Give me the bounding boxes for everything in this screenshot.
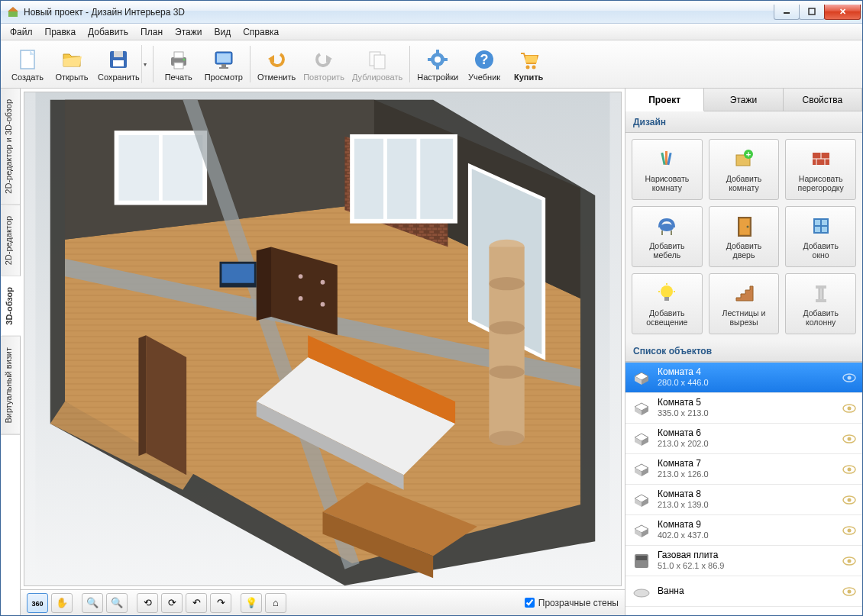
svg-point-12 [183,58,185,60]
monitor-icon [212,47,236,72]
object-name: Комната 9 [658,520,842,531]
buy-button[interactable]: Купить [506,43,551,85]
transparent-walls-input[interactable] [525,598,535,608]
settings-button[interactable]: Настройки [413,43,462,85]
svg-rect-65 [489,247,524,438]
draw-wall-card[interactable]: Нарисовать перегородку [785,139,856,200]
help-icon: ? [472,47,496,72]
home-tool[interactable]: ⌂ [265,593,286,613]
menu-6[interactable]: Справка [237,24,285,40]
object-type-icon [632,490,651,510]
open-button[interactable]: Открыть [50,43,94,85]
light-tool[interactable]: 💡 [241,593,262,613]
rtab-project[interactable]: Проект [625,89,704,111]
svg-rect-47 [352,137,455,221]
rotate-left-tool[interactable]: ↶ [186,593,207,613]
visibility-eye-icon[interactable] [842,404,856,413]
svg-rect-75 [661,153,666,165]
objects-section-header: Список объектов [625,340,862,362]
chair-icon [655,214,679,238]
print-button[interactable]: Печать [157,43,201,85]
object-row[interactable]: Комната 6213.0 x 202.0 [625,424,862,454]
dropdown-arrow-icon[interactable]: ▾ [141,45,149,83]
object-row[interactable]: Комната 9402.0 x 437.0 [625,515,862,546]
draw-room-card[interactable]: Нарисовать комнату [632,139,703,200]
menu-1[interactable]: Правка [39,24,82,40]
right-panel: ПроектЭтажиСвойства Дизайн Нарисовать ко… [625,89,862,615]
vtab-combo[interactable]: 2D-редактор и 3D-обзор [1,89,20,205]
svg-rect-20 [374,55,385,69]
visibility-eye-icon[interactable] [842,587,856,596]
object-row[interactable]: Ванна [625,576,862,607]
svg-rect-60 [221,264,254,283]
add-column-card[interactable]: Добавить колонну [785,273,856,334]
close-button[interactable]: ✕ [824,5,861,20]
menu-0[interactable]: Файл [4,24,39,40]
vtab-2d[interactable]: 2D-редактор [1,205,20,276]
rtab-props[interactable]: Свойства [784,89,862,111]
design-section-header: Дизайн [625,111,862,133]
menu-5[interactable]: Вид [208,24,237,40]
create-button[interactable]: Создать [5,43,50,85]
dup-button[interactable]: Дублировать [348,43,406,85]
visibility-eye-icon[interactable] [842,465,856,474]
duplicate-icon [365,47,389,72]
object-row[interactable]: Комната 4280.0 x 446.0 [625,363,862,393]
visibility-eye-icon[interactable] [842,434,856,443]
view-button[interactable]: Просмотр [201,43,247,85]
save-button[interactable]: Сохранить▾ [94,43,150,85]
add-light-label: Добавить освещение [646,308,687,327]
stairs-card[interactable]: Лестницы и вырезы [709,273,780,334]
viewport-3d[interactable] [24,92,622,586]
visibility-eye-icon[interactable] [842,526,856,535]
svg-point-57 [299,296,303,301]
vtab-3d[interactable]: 3D-обзор [1,276,21,337]
view-tabs-bar: 2D-редактор и 3D-обзор2D-редактор3D-обзо… [1,89,21,615]
vtab-tour[interactable]: Виртуальный визит [1,337,20,435]
object-row[interactable]: Комната 8213.0 x 139.0 [625,485,862,515]
printer-icon [166,47,191,72]
visibility-eye-icon[interactable] [842,556,856,566]
menu-bar: ФайлПравкаДобавитьПланЭтажиВидСправка [1,24,862,40]
menu-3[interactable]: План [134,24,169,40]
zoom-out-tool[interactable]: 🔍 [82,593,103,613]
object-row[interactable]: Комната 5335.0 x 213.0 [625,393,862,424]
door-icon [732,214,756,238]
add-door-card[interactable]: Добавить дверь [709,206,780,267]
draw-room-label: Нарисовать комнату [645,174,689,192]
undo-button[interactable]: Отменить [254,43,299,85]
visibility-eye-icon[interactable] [842,373,856,382]
print-label: Печать [165,73,192,82]
rotate-right-icon: ↷ [217,597,225,608]
menu-4[interactable]: Этажи [169,24,208,40]
tilt-up-tool[interactable]: ⟲ [137,593,158,613]
object-name: Комната 7 [658,459,842,469]
object-dimensions: 213.0 x 126.0 [658,469,842,479]
360-tool[interactable]: 360 [27,593,48,613]
svg-marker-72 [146,335,186,475]
object-dimensions: 213.0 x 202.0 [658,439,842,449]
help-button[interactable]: ?Учебник [462,43,506,85]
minimize-button[interactable] [774,5,800,20]
add-furn-card[interactable]: Добавить мебель [632,206,703,267]
visibility-eye-icon[interactable] [842,495,856,505]
zoom-in-tool[interactable]: 🔍 [106,593,128,613]
svg-point-67 [489,277,524,290]
maximize-button[interactable] [799,5,825,20]
object-row[interactable]: Комната 7213.0 x 126.0 [625,454,862,485]
menu-2[interactable]: Добавить [82,24,134,40]
add-light-card[interactable]: Добавить освещение [632,273,703,334]
object-row[interactable]: Газовая плита51.0 x 62.1 x 86.9 [625,546,862,576]
add-window-label: Добавить окно [803,241,838,260]
transparent-walls-checkbox[interactable]: Прозрачные стены [525,598,619,608]
rtab-floors[interactable]: Этажи [704,89,783,111]
tilt-down-tool[interactable]: ⟳ [161,593,183,613]
svg-rect-10 [174,52,183,58]
rotate-right-tool[interactable]: ↷ [210,593,231,613]
add-window-card[interactable]: Добавить окно [785,206,856,267]
main-toolbar: СоздатьОткрытьСохранить▾ПечатьПросмотрОт… [1,40,862,89]
add-room-card[interactable]: +Добавить комнату [709,139,780,200]
object-list[interactable]: Комната 4280.0 x 446.0Комната 5335.0 x 2… [625,362,862,615]
pan-tool[interactable]: ✋ [51,593,73,613]
redo-button[interactable]: Повторить [299,43,348,85]
